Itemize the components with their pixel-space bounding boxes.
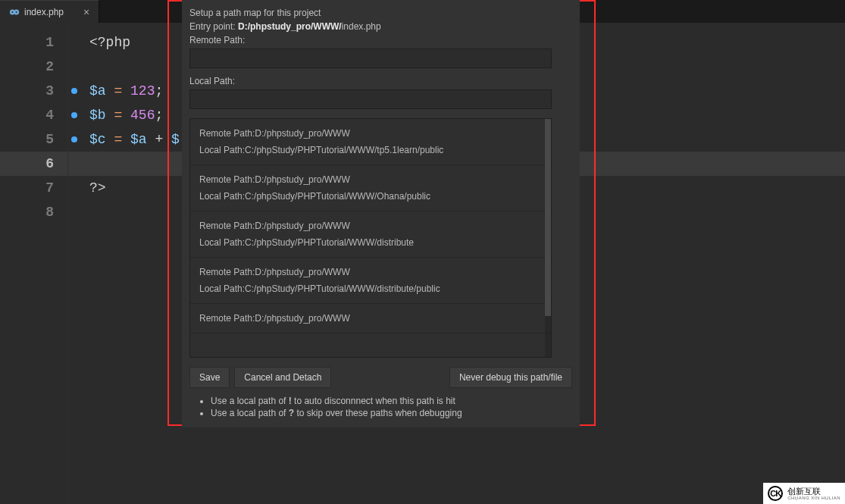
hint-line: Use a local path of ! to auto disconnnec…: [211, 396, 572, 406]
line-number: 4: [0, 103, 67, 127]
local-path-label: Local Path:: [189, 76, 572, 86]
mapping-item[interactable]: Remote Path:D:/phpstudy_pro/WWW: [190, 304, 551, 333]
dialog-heading: Setup a path map for this project: [189, 8, 572, 18]
svg-point-3: [16, 11, 17, 12]
mapping-local: Local Path:C:/phpStudy/PHPTutorial/WWW/O…: [199, 191, 542, 202]
save-button[interactable]: Save: [189, 367, 230, 388]
gutter-dot-icon: [71, 88, 77, 94]
line-number: 1: [0, 30, 67, 55]
mapping-item[interactable]: Remote Path:D:/phpstudy_pro/WWWLocal Pat…: [190, 119, 551, 165]
remote-path-input[interactable]: [189, 49, 552, 68]
scrollbar-track[interactable]: [545, 119, 551, 357]
mapping-remote: Remote Path:D:/phpstudy_pro/WWW: [199, 313, 542, 324]
mapping-local: Local Path:C:/phpStudy/PHPTutorial/WWW/d…: [199, 237, 542, 248]
line-number: 8: [0, 200, 67, 224]
mapping-item[interactable]: Remote Path:D:/phpstudy_pro/WWWLocal Pat…: [190, 165, 551, 211]
dialog-button-row: Save Cancel and Detach Never debug this …: [189, 367, 572, 388]
tab-title: index.php: [24, 7, 64, 17]
elephant-icon: [9, 7, 20, 17]
line-number: 3: [0, 79, 67, 103]
watermark-sub: CHUANG XIN HULIAN: [787, 496, 840, 500]
close-icon[interactable]: ×: [83, 6, 89, 18]
line-number: 2: [0, 55, 67, 79]
entry-point: Entry point: D:/phpstudy_pro/WWW/index.p…: [189, 21, 572, 32]
line-number: 6: [0, 152, 67, 176]
mapping-item[interactable]: Remote Path:D:/phpstudy_pro/WWWLocal Pat…: [190, 258, 551, 304]
mapping-remote: Remote Path:D:/phpstudy_pro/WWW: [199, 267, 542, 277]
path-map-dialog: Setup a path map for this project Entry …: [182, 0, 580, 427]
mapping-list: Remote Path:D:/phpstudy_pro/WWWLocal Pat…: [189, 118, 552, 358]
cancel-detach-button[interactable]: Cancel and Detach: [234, 367, 331, 388]
mapping-local: Local Path:C:/phpStudy/PHPTutorial/WWW/t…: [199, 145, 542, 155]
mapping-item[interactable]: Remote Path:D:/phpstudy_pro/WWWLocal Pat…: [190, 211, 551, 258]
watermark-icon: CK: [768, 486, 783, 501]
dialog-hints: Use a local path of ! to auto disconnnec…: [211, 396, 572, 418]
mapping-local: Local Path:C:/phpStudy/PHPTutorial/WWW/d…: [199, 283, 542, 294]
mapping-remote: Remote Path:D:/phpstudy_pro/WWW: [199, 128, 542, 139]
line-number: 5: [0, 127, 67, 152]
hint-line: Use a local path of ? to skip over these…: [211, 408, 572, 418]
line-number: 7: [0, 176, 67, 200]
scrollbar-thumb[interactable]: [545, 119, 551, 316]
gutter: 12345678: [0, 23, 68, 504]
watermark: CK 创新互联 CHUANG XIN HULIAN: [763, 483, 845, 504]
mapping-remote: Remote Path:D:/phpstudy_pro/WWW: [199, 174, 542, 185]
never-debug-button[interactable]: Never debug this path/file: [449, 367, 572, 388]
gutter-dot-icon: [71, 136, 77, 142]
gutter-dot-icon: [71, 112, 77, 118]
file-tab[interactable]: index.php ×: [0, 0, 99, 23]
local-path-input[interactable]: [189, 89, 552, 109]
svg-point-2: [11, 11, 13, 12]
watermark-text: 创新互联: [787, 487, 840, 496]
mapping-remote: Remote Path:D:/phpstudy_pro/WWW: [199, 221, 542, 231]
remote-path-label: Remote Path:: [189, 35, 572, 45]
